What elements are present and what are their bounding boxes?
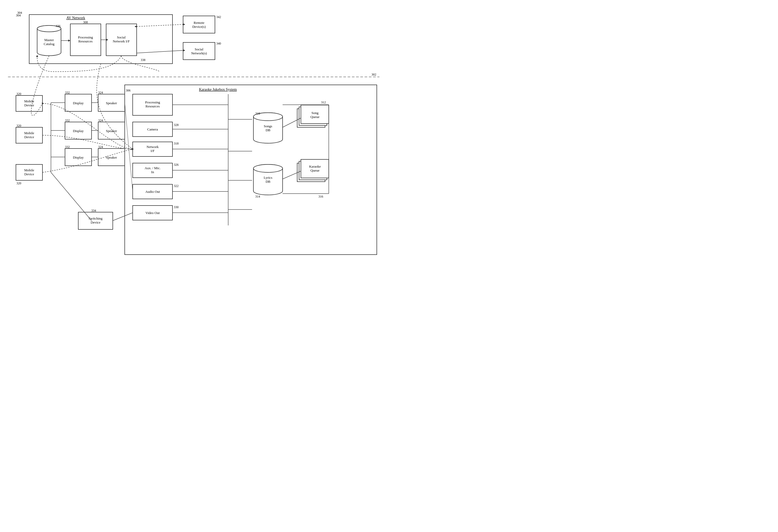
svg-rect-38 <box>125 85 377 255</box>
svg-marker-160 <box>68 39 70 41</box>
svg-rect-24 <box>183 42 215 60</box>
svg-point-78 <box>253 113 283 121</box>
svg-text:324: 324 <box>98 145 103 149</box>
svg-text:332: 332 <box>65 91 70 94</box>
svg-line-104 <box>283 118 301 127</box>
svg-rect-91 <box>254 169 282 191</box>
svg-text:Catalog: Catalog <box>44 42 55 46</box>
svg-text:Songs: Songs <box>264 124 272 128</box>
svg-text:Network: Network <box>147 145 159 149</box>
svg-text:308: 308 <box>83 20 88 24</box>
svg-text:304: 304 <box>16 13 21 17</box>
svg-line-152 <box>125 103 133 191</box>
svg-marker-32 <box>135 25 137 27</box>
svg-rect-73 <box>253 117 283 139</box>
svg-rect-16 <box>106 24 137 56</box>
svg-marker-31 <box>183 23 185 25</box>
svg-rect-5 <box>37 29 61 53</box>
svg-line-151 <box>113 213 133 220</box>
svg-text:Speaker: Speaker <box>106 155 117 159</box>
svg-line-105 <box>283 171 301 179</box>
svg-text:Display: Display <box>73 129 84 133</box>
svg-rect-75 <box>254 117 282 139</box>
svg-rect-109 <box>16 95 43 111</box>
svg-text:320: 320 <box>16 92 21 96</box>
svg-rect-47 <box>133 142 172 157</box>
svg-text:336: 336 <box>56 24 61 28</box>
svg-rect-82 <box>297 109 325 127</box>
svg-text:Mobile: Mobile <box>24 131 34 135</box>
svg-text:332: 332 <box>65 145 70 149</box>
svg-rect-44 <box>133 122 172 137</box>
svg-text:326: 326 <box>174 163 178 167</box>
svg-text:340: 340 <box>216 41 221 46</box>
svg-rect-0 <box>29 15 172 64</box>
svg-text:DB: DB <box>265 180 270 183</box>
svg-text:Queue: Queue <box>310 168 319 172</box>
svg-marker-161 <box>36 55 38 57</box>
svg-rect-121 <box>65 94 91 111</box>
svg-rect-83 <box>299 107 327 125</box>
svg-rect-20 <box>183 16 215 33</box>
svg-text:Lyrics: Lyrics <box>264 176 273 180</box>
svg-marker-156 <box>42 102 44 104</box>
svg-text:Processing: Processing <box>145 100 160 104</box>
svg-text:Display: Display <box>73 101 84 105</box>
svg-text:302: 302 <box>372 73 376 76</box>
svg-text:Karaoke Jukebox System: Karaoke Jukebox System <box>199 88 237 91</box>
svg-line-33 <box>137 51 183 53</box>
svg-rect-89 <box>253 168 283 191</box>
svg-marker-29 <box>106 39 108 41</box>
svg-text:342: 342 <box>216 15 221 19</box>
diagram: AV Network Master Catalog 336 Processing… <box>0 0 389 266</box>
svg-rect-98 <box>297 163 325 182</box>
svg-text:324: 324 <box>98 91 103 94</box>
svg-rect-139 <box>78 212 113 230</box>
svg-text:328: 328 <box>174 123 178 127</box>
svg-marker-154 <box>132 148 134 150</box>
svg-marker-157 <box>132 148 134 150</box>
svg-text:Master: Master <box>44 38 54 42</box>
svg-text:320: 320 <box>16 124 21 127</box>
svg-text:Social: Social <box>195 47 204 51</box>
svg-rect-3 <box>37 29 61 53</box>
svg-rect-133 <box>98 122 125 139</box>
svg-text:Queue: Queue <box>310 115 319 119</box>
svg-text:314: 314 <box>255 195 260 198</box>
svg-line-150 <box>51 172 91 220</box>
svg-text:Device: Device <box>24 103 34 107</box>
svg-text:Remote: Remote <box>194 21 205 25</box>
svg-marker-34 <box>183 49 185 52</box>
svg-line-30 <box>137 24 183 26</box>
svg-text:312: 312 <box>321 100 326 104</box>
svg-text:332: 332 <box>65 118 70 122</box>
svg-text:In: In <box>151 170 154 174</box>
svg-rect-124 <box>65 122 91 139</box>
svg-rect-41 <box>133 94 172 115</box>
svg-rect-99 <box>299 161 327 180</box>
svg-text:Aux. / Mic.: Aux. / Mic. <box>145 166 161 170</box>
svg-point-4 <box>37 49 61 56</box>
svg-text:Display: Display <box>73 155 84 159</box>
svg-rect-113 <box>16 127 43 143</box>
svg-rect-117 <box>16 164 43 180</box>
svg-text:Speaker: Speaker <box>106 101 117 105</box>
svg-text:318: 318 <box>174 142 178 145</box>
svg-text:Processing: Processing <box>78 35 93 39</box>
svg-text:Switching: Switching <box>89 216 103 220</box>
svg-text:320: 320 <box>16 181 21 185</box>
svg-text:Device: Device <box>91 220 100 225</box>
svg-text:334: 334 <box>91 209 96 212</box>
svg-text:AV Network: AV Network <box>66 16 85 20</box>
svg-rect-136 <box>98 149 125 166</box>
svg-rect-130 <box>98 94 125 111</box>
svg-point-88 <box>253 164 283 172</box>
diagram-svg: AV Network Master Catalog 336 Processing… <box>0 0 389 266</box>
svg-text:DB: DB <box>265 128 270 132</box>
svg-marker-155 <box>132 148 134 150</box>
svg-marker-153 <box>132 148 134 150</box>
svg-text:Device: Device <box>24 135 34 139</box>
svg-point-72 <box>253 113 283 121</box>
svg-text:306: 306 <box>126 89 131 92</box>
svg-text:Social: Social <box>117 35 126 39</box>
